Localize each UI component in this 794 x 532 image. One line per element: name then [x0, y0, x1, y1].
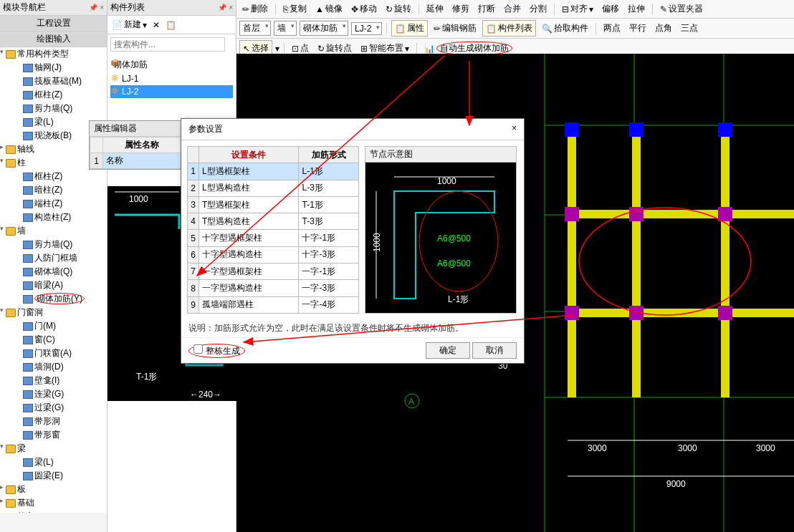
- component-tree: 砌体加筋 LJ-1 LJ-2: [107, 54, 236, 101]
- table-row[interactable]: 7一字型遇框架柱一字-1形: [188, 263, 359, 280]
- tree-item-shearwall[interactable]: 剪力墙(Q): [0, 102, 107, 115]
- tree-other[interactable]: 其它: [0, 510, 107, 513]
- svg-rect-12: [565, 207, 579, 221]
- tree-item-doorwindow[interactable]: 门联窗(A): [0, 347, 107, 360]
- comp-lj1[interactable]: LJ-1: [110, 72, 233, 85]
- floor-select[interactable]: 首层: [239, 21, 271, 36]
- props-button[interactable]: 📋 属性: [391, 20, 428, 37]
- edit-rebar-button[interactable]: ✏ 编辑钢筋: [431, 21, 479, 36]
- cancel-button[interactable]: 取消: [472, 342, 517, 359]
- tree-beam[interactable]: 梁: [0, 442, 107, 455]
- offset-button[interactable]: 偏移: [599, 1, 622, 16]
- mirror-button[interactable]: ▲ 镜像: [312, 1, 345, 16]
- nav-section-draw[interactable]: 绘图输入: [0, 32, 107, 47]
- close-icon[interactable]: ×: [512, 123, 517, 135]
- twopt-button[interactable]: 两点: [601, 21, 623, 36]
- toolbar-row-2: 首层 墙 砌体加筋 LJ-2 📋 属性 ✏ 编辑钢筋 📋 构件列表 🔍 拾取构件…: [236, 19, 794, 39]
- tree-base[interactable]: 基础: [0, 496, 107, 510]
- beam-icon: [23, 118, 33, 127]
- tree-wall[interactable]: 墙: [0, 224, 107, 238]
- tree-item-stripopen[interactable]: 带形洞: [0, 415, 107, 428]
- comp-root[interactable]: 砌体加筋: [110, 57, 233, 72]
- tree-item-struccol[interactable]: 构造柱(Z): [0, 211, 107, 224]
- break-button[interactable]: 打断: [475, 1, 498, 16]
- tree-item-framecol[interactable]: 框柱(Z): [0, 170, 107, 183]
- table-row[interactable]: 2L型遇构造柱L-3形: [188, 180, 359, 196]
- delete-icon-button[interactable]: ✕: [151, 19, 161, 32]
- search-input[interactable]: [110, 37, 225, 52]
- tree-item-endcol[interactable]: 端柱(Z): [0, 197, 107, 211]
- tree-item-niche[interactable]: 壁龛(I): [0, 374, 107, 387]
- delete-button[interactable]: ✏ 删除: [239, 1, 271, 16]
- threept-button[interactable]: 三点: [678, 21, 701, 36]
- move-button[interactable]: ✥ 移动: [348, 1, 380, 16]
- tree-item-frame-col[interactable]: 框柱(Z): [0, 88, 107, 102]
- tree-item-door[interactable]: 门(M): [0, 319, 107, 333]
- dialog-titlebar[interactable]: 参数设置 ×: [181, 119, 524, 140]
- copy-button[interactable]: ⎘ 复制: [280, 1, 310, 16]
- table-row[interactable]: 8一字型遇构造柱一字-3形: [188, 280, 359, 296]
- tree-item-defwall[interactable]: 人防门框墙: [0, 251, 107, 265]
- component-select[interactable]: LJ-2: [351, 22, 382, 35]
- tree-opening[interactable]: 门窗洞: [0, 306, 107, 319]
- align-button[interactable]: ⊟ 对齐 ▾: [559, 1, 596, 16]
- table-row[interactable]: 1L型遇框架柱L-1形: [188, 163, 359, 180]
- trim-button[interactable]: 修剪: [449, 1, 472, 16]
- slab-icon: [23, 132, 33, 140]
- split-button[interactable]: 分割: [527, 1, 550, 16]
- beam-icon: [23, 404, 33, 412]
- table-row[interactable]: 5十字型遇框架柱十字-1形: [188, 230, 359, 246]
- tree-item-lintel[interactable]: 过梁(G): [0, 401, 107, 415]
- table-row[interactable]: 6十字型遇构造柱十字-3形: [188, 246, 359, 263]
- tree-common[interactable]: 常用构件类型: [0, 47, 107, 61]
- tree-item-masonrywall[interactable]: 砌体墙(Q): [0, 265, 107, 279]
- tree-item-masonryrebar[interactable]: 砌体加筋(Y): [0, 292, 107, 306]
- checkbox-input[interactable]: [193, 344, 203, 354]
- ok-button[interactable]: 确定: [426, 342, 470, 359]
- beam-icon: [23, 390, 33, 399]
- parallel-button[interactable]: 平行: [626, 21, 649, 36]
- merge-button[interactable]: 合并: [501, 1, 524, 16]
- tree-item-stripwin[interactable]: 带形窗: [0, 428, 107, 442]
- extend-button[interactable]: 延伸: [424, 1, 446, 16]
- tree-item-coupbeam[interactable]: 连梁(G): [0, 387, 107, 401]
- table-row[interactable]: 9孤墙端部遇柱一字-4形: [188, 296, 359, 313]
- tree-item-shearwall2[interactable]: 剪力墙(Q): [0, 238, 107, 251]
- tree-item-window[interactable]: 窗(C): [0, 333, 107, 347]
- table-row[interactable]: 3T型遇框架柱T-1形: [188, 196, 359, 213]
- wall-icon: [23, 241, 33, 249]
- tree-item-ringbeam[interactable]: 圆梁(E): [0, 469, 107, 483]
- new-button[interactable]: 📄 新建 ▾: [110, 17, 148, 32]
- grip-button[interactable]: ✎ 设置夹器: [657, 1, 706, 16]
- category-select[interactable]: 墙: [274, 21, 297, 36]
- prop-row-name[interactable]: 名称: [103, 153, 181, 169]
- tree-item-beam[interactable]: 梁(L): [0, 455, 107, 469]
- whole-building-checkbox[interactable]: 整栋生成: [188, 344, 245, 358]
- complist-button[interactable]: 📋 构件列表: [482, 20, 536, 37]
- column-icon: [23, 200, 33, 208]
- nav-pin-close[interactable]: 📌 ×: [89, 4, 104, 11]
- copy-icon-button[interactable]: 📋: [164, 19, 178, 32]
- tree-item-hiddencol[interactable]: 暗柱(Z): [0, 183, 107, 197]
- stretch-button[interactable]: 拉伸: [625, 1, 648, 16]
- comp-lj2[interactable]: LJ-2: [110, 85, 233, 98]
- wall-icon: [23, 268, 33, 276]
- svg-rect-11: [568, 309, 794, 317]
- complist-pin-close[interactable]: 📌 ×: [218, 4, 233, 11]
- pick-button[interactable]: 🔍 拾取构件: [539, 21, 591, 36]
- property-grid: 属性名称 1名称: [90, 137, 181, 169]
- tree-slab[interactable]: 板: [0, 483, 107, 496]
- svg-text:1000: 1000: [129, 194, 148, 204]
- ptangle-button[interactable]: 点角: [652, 21, 675, 36]
- svg-rect-15: [565, 306, 579, 320]
- table-row[interactable]: 4T型遇构造柱T-3形: [188, 213, 359, 230]
- nav-section-project[interactable]: 工程设置: [0, 16, 107, 32]
- tree-item-axis-grid[interactable]: 轴网(J): [0, 61, 107, 74]
- tree-item-wallhole[interactable]: 墙洞(D): [0, 360, 107, 374]
- tree-item-hiddenbeam[interactable]: 暗梁(A): [0, 279, 107, 292]
- tree-item-raft[interactable]: 筏板基础(M): [0, 74, 107, 88]
- rotate-button[interactable]: ↻ 旋转: [383, 1, 414, 16]
- type-select[interactable]: 砌体加筋: [300, 21, 348, 36]
- svg-text:L-1形: L-1形: [448, 294, 469, 304]
- grid-icon: [23, 64, 33, 72]
